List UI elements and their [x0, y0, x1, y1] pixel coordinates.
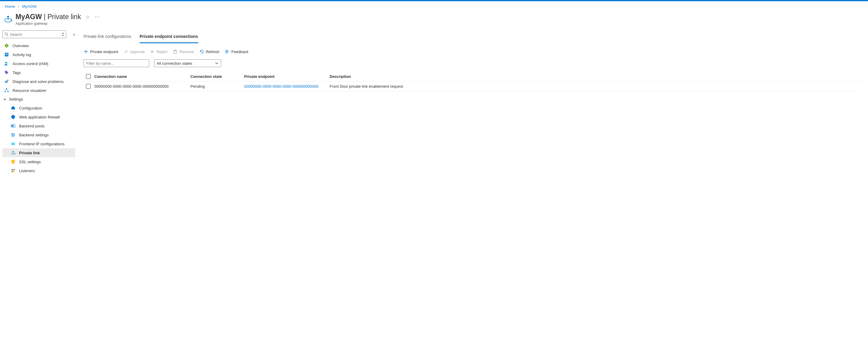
row-checkbox[interactable]	[86, 84, 91, 89]
sidebar-item-access-control[interactable]: Access control (IAM)	[2, 59, 75, 68]
sort-updown-icon[interactable]	[62, 33, 64, 36]
svg-rect-10	[5, 54, 8, 54]
svg-point-17	[7, 91, 9, 92]
sidebar-item-frontend-ip[interactable]: ... Frontend IP configurations	[2, 139, 75, 148]
filter-name-input[interactable]	[84, 59, 149, 67]
svg-point-12	[5, 62, 7, 64]
resource-type-label: Application gateway	[16, 22, 99, 26]
connection-state-cell: Pending	[190, 84, 244, 89]
more-ellipsis-icon[interactable]: ⋯	[95, 14, 99, 20]
private-link-icon	[11, 150, 16, 155]
svg-rect-43	[174, 51, 177, 54]
svg-rect-36	[13, 169, 14, 170]
svg-rect-35	[12, 169, 13, 170]
breadcrumb-home[interactable]: Home	[5, 4, 15, 9]
listeners-icon	[11, 168, 16, 173]
checkmark-icon	[124, 49, 128, 54]
sidebar-item-label: Diagnose and solve problems	[12, 79, 64, 84]
select-all-checkbox[interactable]	[86, 74, 91, 79]
refresh-button[interactable]: Refresh	[199, 49, 220, 54]
sidebar-item-label: Overview	[12, 43, 29, 48]
sidebar-item-label: Listeners	[19, 169, 35, 173]
sidebar-search-input[interactable]	[10, 32, 62, 37]
sidebar-item-label: Frontend IP configurations	[19, 142, 64, 146]
svg-text:...: ...	[12, 143, 14, 145]
svg-point-31	[12, 151, 14, 152]
sidebar-item-ssl-settings[interactable]: SSL settings	[2, 157, 75, 166]
svg-point-34	[14, 154, 16, 154]
private-endpoint-link[interactable]: 00000000-0000-0000-0000-000000000000	[244, 84, 330, 89]
ssl-icon	[11, 159, 16, 164]
sidebar-item-label: Access control (IAM)	[12, 62, 49, 66]
sidebar-item-diagnose[interactable]: Diagnose and solve problems	[2, 77, 75, 86]
app-gateway-icon	[3, 14, 13, 24]
description-cell: Front Door private link enablement reque…	[330, 84, 862, 89]
svg-point-26	[12, 133, 13, 134]
sidebar-item-waf[interactable]: Web application firewall	[2, 112, 75, 122]
firewall-icon	[11, 114, 16, 120]
svg-point-13	[7, 62, 8, 64]
sidebar-item-label: Web application firewall	[19, 115, 60, 120]
column-header-state[interactable]: Connection state	[190, 74, 244, 79]
sidebar-item-overview[interactable]: Overview	[2, 41, 75, 50]
sidebar-item-configuration[interactable]: Configuration	[2, 104, 75, 112]
backend-settings-icon	[11, 133, 16, 137]
svg-point-28	[12, 136, 13, 137]
sidebar-item-label: SSL settings	[19, 160, 41, 164]
connection-name-cell: 00000000-0000-0000-0000-000000000000	[94, 84, 190, 89]
svg-rect-21	[12, 125, 12, 127]
sidebar-item-label: Activity log	[12, 53, 31, 57]
filter-state-label: All connection states	[157, 61, 192, 66]
svg-line-6	[7, 35, 8, 36]
feedback-icon	[225, 49, 229, 54]
feedback-button[interactable]: Feedback	[225, 49, 248, 54]
sidebar-item-resource-visualizer[interactable]: Resource visualizer	[2, 86, 75, 95]
table-row[interactable]: 00000000-0000-0000-0000-000000000000 Pen…	[84, 81, 862, 91]
sidebar-item-label: Private link	[19, 151, 40, 155]
chevron-right-icon: ›	[18, 4, 19, 9]
configuration-icon	[11, 106, 16, 110]
sidebar-item-activity-log[interactable]: Activity log	[2, 50, 75, 59]
sidebar-item-backend-pools[interactable]: Backend pools	[2, 122, 75, 130]
svg-point-15	[6, 88, 7, 90]
sidebar-group-settings[interactable]: Settings	[2, 95, 75, 104]
page-title: MyAGW | Private link	[16, 13, 81, 21]
sidebar-item-label: Backend pools	[19, 124, 44, 128]
svg-rect-37	[12, 171, 13, 172]
connections-table: Connection name Connection state Private…	[84, 71, 862, 91]
sidebar-item-backend-settings[interactable]: Backend settings	[2, 130, 75, 139]
diagnose-icon	[4, 79, 9, 84]
filter-state-select[interactable]: All connection states	[154, 59, 221, 67]
tags-icon	[4, 70, 9, 75]
column-header-desc[interactable]: Description	[330, 74, 862, 79]
refresh-icon	[199, 49, 204, 54]
svg-rect-38	[13, 171, 14, 172]
svg-point-16	[4, 91, 6, 92]
collapse-sidebar-icon[interactable]: «	[73, 32, 75, 37]
overview-icon	[4, 43, 9, 48]
svg-rect-19	[12, 106, 14, 107]
table-header-row: Connection name Connection state Private…	[84, 71, 862, 81]
sidebar-item-private-link[interactable]: Private link	[2, 148, 75, 157]
svg-point-27	[14, 135, 14, 135]
breadcrumb-current[interactable]: MyAGW	[22, 4, 36, 9]
sidebar-item-listeners[interactable]: Listeners	[2, 166, 75, 175]
breadcrumb: Home › MyAGW	[0, 1, 868, 12]
sidebar-item-label: Resource visualizer	[12, 88, 46, 93]
tab-private-endpoint-connections[interactable]: Private endpoint connections	[140, 30, 198, 43]
svg-point-5	[5, 33, 7, 35]
activity-log-icon	[4, 52, 9, 57]
column-header-endpoint[interactable]: Private endpoint	[244, 74, 330, 79]
svg-point-3	[11, 20, 12, 21]
add-private-endpoint-button[interactable]: Private endpoint	[84, 49, 118, 54]
sidebar-item-tags[interactable]: Tags	[2, 68, 75, 77]
sidebar-group-label: Settings	[9, 97, 23, 101]
sidebar-search-box[interactable]	[2, 30, 66, 38]
filter-row: All connection states	[84, 59, 862, 67]
sidebar-item-label: Backend settings	[19, 133, 49, 137]
favorite-star-icon[interactable]: ☆	[86, 14, 90, 20]
svg-rect-18	[11, 107, 15, 109]
tab-private-link-configs[interactable]: Private link configurations	[84, 30, 131, 43]
column-header-name[interactable]: Connection name	[94, 74, 190, 79]
access-control-icon	[4, 61, 9, 66]
